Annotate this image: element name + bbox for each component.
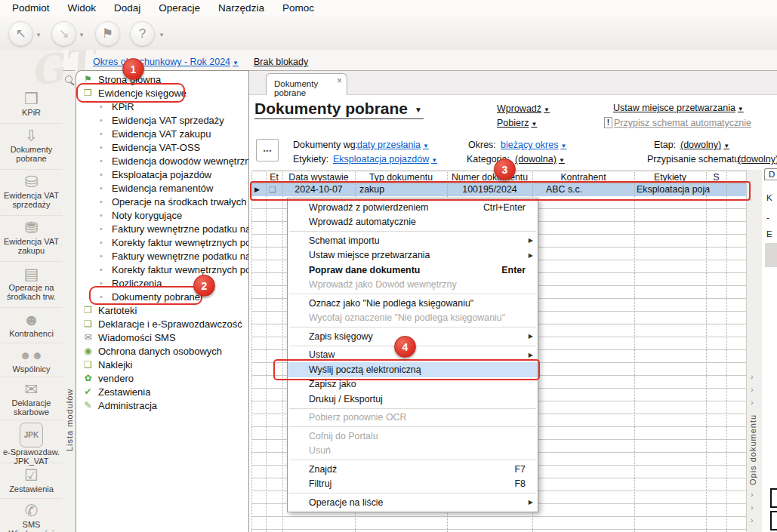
expand-chevron-icon[interactable]: › (751, 503, 754, 511)
forward-dropdown-caret-icon[interactable]: ▼ (79, 32, 85, 38)
tree-item-kpir[interactable]: •KPiR (76, 100, 248, 113)
tree-item-faktury-wewnetrzne-naliczonego[interactable]: •Faktury wewnętrzne podatku nali (76, 249, 248, 263)
tree-item-ochrona-danych[interactable]: ◉Ochrona danych osobowych (76, 344, 248, 358)
menu-operacje[interactable]: Operacje (150, 1, 209, 15)
menu-pomoc[interactable]: Pomoc (273, 1, 323, 15)
sidebar-item-dokumenty-pobrane[interactable]: ⇩ Dokumenty pobrane (0, 124, 63, 170)
tree-item-kartoteki[interactable]: ❐Kartoteki (76, 303, 248, 317)
expand-chevron-icon[interactable]: › (751, 386, 754, 393)
column-header-numer-dokumentu[interactable]: Numer dokumentu (447, 172, 532, 183)
search-icon[interactable] (65, 75, 72, 83)
menu-item-operacje-na-liscie[interactable]: Operacje na liście▶ (288, 495, 538, 510)
details-panel-field[interactable] (765, 243, 777, 267)
tree-item-korekty-faktur-naleznego[interactable]: •Korekty faktur wewnętrznych poc (76, 235, 248, 249)
menu-item-wprowadz-z-potwierdzeniem[interactable]: Wprowadź z potwierdzeniemCtrl+Enter (288, 200, 538, 215)
ustaw-miejsce-link[interactable]: Ustaw miejsce przetwarzania▼ (613, 103, 744, 113)
toolbar: ↖ ▼ ↘ ▼ ⚑ ? ▼ (0, 15, 777, 50)
sidebar-item-kpir[interactable]: ❒ KPiR (0, 87, 63, 124)
menu-item-filtruj[interactable]: FiltrujF8 (288, 477, 538, 492)
download-icon: ⇩ (1, 126, 62, 145)
tree-item-vendero[interactable]: ✿vendero (76, 371, 248, 385)
tree-item-naklejki[interactable]: ❑Naklejki (76, 358, 248, 371)
menu-widok[interactable]: Widok (59, 1, 106, 15)
column-header-typ-dokumentu[interactable]: Typ dokumentu (355, 172, 447, 183)
column-header-data-wystawienia[interactable]: Data wystawie (282, 172, 355, 183)
przypisanie-filter[interactable]: (dowolny)▼ (738, 154, 777, 165)
back-button[interactable]: ↖ (8, 21, 33, 46)
menu-podmiot[interactable]: Podmiot (3, 1, 59, 15)
page-title[interactable]: Dokumenty pobrane ▼ (254, 100, 424, 119)
menu-item-wprowadz-automatycznie[interactable]: Wprowadź automatycznie (288, 215, 538, 230)
expand-chevron-icon[interactable]: › (751, 490, 754, 498)
tree-item-eksploatacja-pojazdow[interactable]: •Eksploatacja pojazdów (76, 168, 248, 181)
menu-item-ustaw-miejsce-przetwarzania[interactable]: Ustaw miejsce przetwarzania▶ (288, 248, 538, 263)
okres-filter[interactable]: bieżący okres▼ (501, 140, 566, 150)
details-panel-tab[interactable]: D (764, 168, 777, 180)
column-header-kontrahent[interactable]: Kontrahent (532, 172, 634, 183)
tab-dokumenty-pobrane[interactable]: Dokumenty pobrane × (266, 73, 347, 95)
tree-item-wiadomosci-sms[interactable]: ✉Wiadomości SMS (76, 331, 248, 344)
tree-item-ewidencja-vat-zakupu[interactable]: •Ewidencja VAT zakupu (76, 127, 248, 140)
expand-chevron-icon[interactable]: › (751, 398, 754, 406)
sidebar-item-jpk-vat[interactable]: JPK e-Sprawozdaw. JPK_VAT (0, 420, 63, 463)
wprowadz-link[interactable]: Wprowadź▼ (497, 103, 550, 114)
menu-bar: Podmiot Widok Dodaj Operacje Narzędzia P… (0, 0, 777, 15)
sidebar-item-wspolnicy[interactable]: ☻☻ Wspólnicy (0, 343, 63, 377)
sidebar-item-sms[interactable]: ✆ SMS Wiadomości robocze (0, 499, 63, 532)
kategoria-filter[interactable]: (dowolna)▼ (515, 154, 565, 165)
sidebar-item-deklaracje-skarbowe[interactable]: ✉ Deklaracje skarbowe (0, 377, 63, 420)
column-header-etykiety[interactable]: Etykiety (634, 172, 706, 183)
menu-narzedzia[interactable]: Narzędzia (209, 1, 273, 15)
menu-item-zapisz-jako[interactable]: Zapisz jako (288, 377, 538, 392)
forward-button[interactable]: ↘ (51, 21, 76, 46)
flag-button[interactable]: ⚑ (95, 21, 120, 46)
column-header-et[interactable]: Et (266, 172, 282, 183)
column-header-s[interactable]: S (706, 172, 726, 183)
tree-item-deklaracje[interactable]: ❏Deklaracje i e-Sprawozdawczość (76, 317, 248, 331)
help-dropdown-caret-icon[interactable]: ▼ (159, 32, 165, 38)
tree-item-ewidencja-remanentow[interactable]: •Ewidencja remanentów (76, 181, 248, 195)
expand-chevron-icon[interactable]: › (751, 516, 754, 524)
sidebar-item-ewidencja-vat-sprzedazy[interactable]: ⛁ Ewidencja VAT sprzedaży (0, 170, 63, 216)
module-list-splitter[interactable] (63, 70, 76, 532)
tree-item-administracja[interactable]: ✎Administracja (76, 398, 248, 412)
tree-item-korekty-faktur-naliczonego[interactable]: •Korekty faktur wewnętrznych poc (76, 263, 248, 276)
sidebar-item-zestawienia[interactable]: ☑ Zestawienia (0, 463, 63, 499)
przypisz-schemat-link[interactable]: Przypisz schemat automatycznie (614, 118, 751, 128)
module-sidebar: ❒ KPiR ⇩ Dokumenty pobrane ⛁ Ewidencja V… (0, 50, 63, 532)
tree-item-strona-glowna[interactable]: ⚑Strona główna (76, 72, 248, 86)
tree-item-ewidencje-ksiegowe[interactable]: ❒Ewidencje księgowe (76, 86, 248, 100)
tree-item-noty-korygujace[interactable]: •Noty korygujące (76, 208, 248, 222)
etykiety-filter[interactable]: Eksploatacja pojazdów▼ (333, 154, 437, 165)
close-icon[interactable]: × (337, 75, 342, 86)
tree-item-dokumenty-pobrane[interactable]: •Dokumenty pobrane (76, 290, 248, 303)
help-button[interactable]: ? (130, 21, 155, 46)
tree-item-operacje-srodki-trwale[interactable]: •Operacje na środkach trwałych (76, 195, 248, 208)
lock-status-link[interactable]: Brak blokady (254, 57, 308, 67)
menu-dodaj[interactable]: Dodaj (105, 1, 150, 15)
tree-item-rozliczenia[interactable]: •Rozliczenia (76, 276, 248, 290)
menu-item-drukuj-eksportuj[interactable]: Drukuj / Eksportuj (288, 392, 538, 407)
dokumenty-wg-label: Dokumenty wg: (293, 140, 358, 150)
menu-item-wyslij-poczta-elektroniczna[interactable]: Wyślij pocztą elektroniczną (288, 362, 538, 377)
menu-item-popraw-dane-dokumentu[interactable]: Popraw dane dokumentuEnter (288, 263, 538, 278)
accounting-period-link[interactable]: Okres obrachunkowy - Rok 2024▼ (93, 57, 239, 67)
tree-item-zestawienia[interactable]: ✔Zestawienia (76, 385, 248, 398)
tree-item-ewidencja-vat-oss[interactable]: •Ewidencja VAT-OSS (76, 140, 248, 154)
sidebar-item-kontrahenci[interactable]: ☻ Kontrahenci (0, 308, 63, 343)
back-dropdown-caret-icon[interactable]: ▼ (35, 32, 42, 38)
sidebar-item-ewidencja-vat-zakupu[interactable]: ⛃ Ewidencja VAT zakupu (0, 216, 63, 262)
menu-item-znajdz[interactable]: ZnajdźF7 (288, 462, 538, 477)
expand-chevron-icon[interactable]: › (751, 373, 754, 380)
table-row-selected[interactable]: ▶ ❏ 2024-10-07 zakup 100195/2024 ABC s.c… (251, 183, 746, 196)
tree-item-ewidencja-vat-sprzedazy[interactable]: •Ewidencja VAT sprzedaży (76, 113, 248, 127)
dokumenty-wg-filter[interactable]: daty przesłania▼ (357, 140, 429, 150)
menu-item-oznacz-nie-podlega[interactable]: Oznacz jako "Nie podlega księgowaniu" (288, 296, 538, 311)
etap-filter[interactable]: (dowolny)▼ (680, 140, 729, 150)
menu-item-schemat-importu[interactable]: Schemat importu▶ (288, 233, 538, 248)
tree-item-faktury-wewnetrzne-naleznego[interactable]: •Faktury wewnętrzne podatku nale (76, 222, 248, 235)
pobierz-link[interactable]: Pobierz▼ (497, 118, 537, 128)
sidebar-item-operacje-srodki-trwale[interactable]: ▤ Operacje na środkach trw. (0, 262, 63, 308)
more-options-button[interactable]: ... (256, 139, 279, 161)
tree-item-ewidencja-dowodow[interactable]: •Ewidencja dowodów wewnętrzny (76, 154, 248, 168)
